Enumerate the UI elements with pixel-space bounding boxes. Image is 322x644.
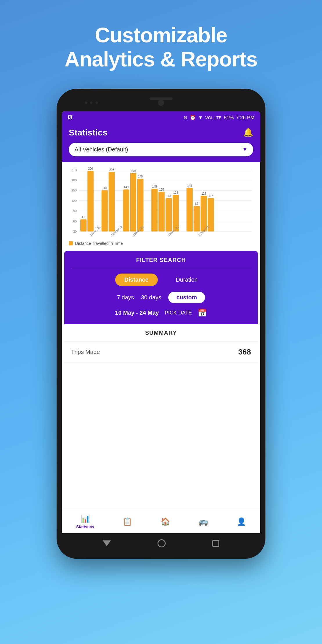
status-bar: 🖼 ⊖ ⏰ ▼ VOL LTE 51% 7:26 PM (62, 111, 260, 124)
fleet-icon: 🚌 (199, 517, 208, 526)
summary-title: SUMMARY (64, 324, 258, 342)
svg-text:140: 140 (102, 186, 107, 189)
vehicle-dropdown[interactable]: All Vehicles (Default) ▼ (69, 143, 253, 156)
filter-title: FILTER SEARCH (71, 257, 251, 263)
svg-text:145: 145 (152, 185, 157, 188)
svg-rect-28 (151, 189, 158, 231)
svg-text:41: 41 (82, 215, 85, 218)
pick-date-label: PICK DATE (165, 310, 192, 316)
custom-button[interactable]: custom (168, 292, 205, 303)
svg-text:122: 122 (201, 192, 206, 195)
trips-value: 368 (238, 348, 251, 357)
trips-label: Trips Made (71, 349, 100, 355)
svg-rect-36 (187, 188, 193, 231)
svg-text:199: 199 (131, 169, 136, 172)
date-range-buttons: 7 days 30 days custom (71, 292, 251, 303)
phone-bottom-bar (62, 533, 260, 553)
home-icon: 🏠 (161, 517, 170, 526)
home-button[interactable] (158, 539, 166, 547)
summary-section: SUMMARY Trips Made 368 (64, 324, 258, 363)
nav-profile[interactable]: 👤 (237, 517, 246, 526)
phone-frame: 🖼 ⊖ ⏰ ▼ VOL LTE 51% 7:26 PM Statistics 🔔… (57, 89, 265, 559)
status-minus-icon: ⊖ (183, 115, 187, 121)
nav-statistics[interactable]: 📊 Statistics (76, 514, 94, 529)
chart-legend: Distance Travelled in Time (68, 241, 254, 246)
bell-icon[interactable]: 🔔 (243, 128, 253, 137)
svg-rect-30 (158, 192, 164, 231)
svg-rect-24 (130, 173, 136, 231)
svg-text:148: 148 (187, 184, 192, 187)
nav-fleet[interactable]: 🚌 (199, 517, 208, 526)
legend-color (69, 241, 73, 245)
filter-divider (71, 268, 251, 268)
phone-dot-3 (95, 102, 98, 104)
svg-rect-16 (87, 171, 93, 231)
chevron-down-icon: ▼ (242, 146, 247, 153)
calendar-icon[interactable]: 📅 (198, 308, 207, 317)
app-header: Statistics 🔔 (62, 124, 260, 143)
filter-section: FILTER SEARCH Distance Duration 7 days 3… (64, 251, 258, 324)
svg-text:87: 87 (195, 202, 198, 205)
phone-dot-2 (90, 102, 93, 104)
svg-rect-22 (123, 189, 129, 231)
trips-row: Trips Made 368 (64, 342, 258, 363)
status-time: 7:26 PM (236, 115, 254, 121)
svg-text:113: 113 (209, 194, 214, 197)
svg-text:135: 135 (159, 188, 164, 191)
svg-text:113: 113 (166, 194, 171, 197)
phone-camera (158, 100, 164, 106)
status-alarm-icon: ⏰ (190, 115, 196, 121)
svg-rect-14 (80, 219, 86, 231)
tab-distance[interactable]: Distance (115, 274, 158, 286)
svg-rect-18 (102, 190, 108, 231)
screen-title: Statistics (69, 128, 107, 138)
status-battery: 51% (224, 115, 234, 121)
svg-text:206: 206 (88, 167, 93, 170)
7days-button[interactable]: 7 days (117, 294, 134, 301)
svg-rect-32 (166, 198, 172, 231)
svg-rect-38 (193, 206, 200, 231)
dropdown-container: All Vehicles (Default) ▼ (62, 143, 260, 162)
status-photo-icon: 🖼 (68, 115, 73, 121)
legend-label: Distance Travelled in Time (75, 241, 123, 246)
svg-text:150: 150 (71, 189, 77, 192)
svg-text:210: 210 (71, 168, 77, 171)
reports-icon: 📋 (123, 517, 132, 526)
svg-text:60: 60 (73, 219, 77, 223)
svg-text:143: 143 (124, 185, 129, 189)
svg-rect-20 (108, 172, 115, 231)
recents-button[interactable] (212, 540, 219, 547)
dropdown-text: All Vehicles (Default) (75, 146, 128, 153)
svg-rect-26 (137, 179, 143, 231)
tab-duration[interactable]: Duration (167, 274, 207, 286)
phone-dot-1 (85, 102, 87, 104)
nav-reports[interactable]: 📋 (123, 517, 132, 526)
phone-screen: 🖼 ⊖ ⏰ ▼ VOL LTE 51% 7:26 PM Statistics 🔔… (62, 111, 260, 533)
profile-icon: 👤 (237, 517, 246, 526)
svg-text:179: 179 (138, 175, 143, 178)
chart-container: 210 180 150 120 90 60 30 41 206 (64, 162, 258, 249)
nav-statistics-label: Statistics (76, 524, 94, 529)
date-range-text: 10 May - 24 May (115, 310, 159, 316)
filter-tabs: Distance Duration (71, 274, 251, 286)
30days-button[interactable]: 30 days (141, 294, 161, 301)
svg-text:30: 30 (73, 229, 77, 233)
nav-home[interactable]: 🏠 (161, 517, 170, 526)
statistics-icon: 📊 (81, 514, 90, 523)
svg-text:125: 125 (173, 191, 178, 194)
svg-text:180: 180 (71, 178, 77, 182)
status-signal-icon: VOL LTE (205, 115, 222, 120)
back-button[interactable] (103, 540, 111, 546)
bottom-nav: 📊 Statistics 📋 🏠 🚌 👤 (62, 510, 260, 533)
date-pick-row: 10 May - 24 May PICK DATE 📅 (71, 308, 251, 317)
svg-text:203: 203 (109, 168, 114, 171)
svg-text:120: 120 (71, 199, 77, 202)
svg-text:90: 90 (73, 209, 77, 213)
status-wifi-icon: ▼ (198, 115, 203, 121)
svg-rect-40 (201, 196, 207, 231)
page-title: Customizable Analytics & Reports (64, 23, 257, 71)
